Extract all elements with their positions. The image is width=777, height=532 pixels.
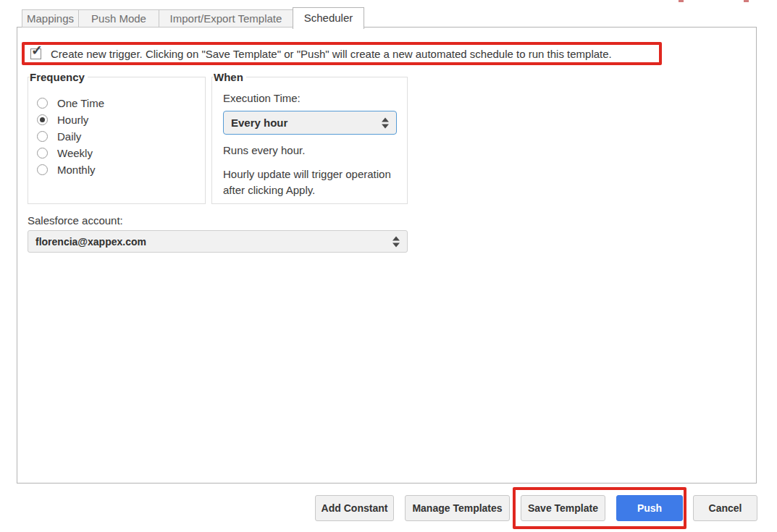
frequency-fieldset: Frequency One Time Hourly Daily Weekly M… [28,71,206,204]
create-trigger-checkbox[interactable]: ✓ [30,48,41,59]
tab-push-mode[interactable]: Push Mode [78,9,159,28]
annotation-remnant [744,0,749,2]
hourly-update-note: Hourly update will trigger operation aft… [223,166,404,198]
frequency-legend: Frequency [30,71,88,83]
radio-hourly[interactable]: Hourly [37,111,205,128]
tab-scheduler[interactable]: Scheduler [293,7,364,29]
radio-monthly-control[interactable] [37,164,48,175]
radio-daily-control[interactable] [37,131,48,142]
tab-import-export-template[interactable]: Import/Export Template [159,9,293,28]
salesforce-account-label: Salesforce account: [28,214,123,227]
radio-weekly[interactable]: Weekly [37,145,205,161]
execution-time-value: Every hour [224,117,287,129]
annotation-remnant [679,0,684,2]
radio-daily[interactable]: Daily [37,128,205,145]
radio-monthly[interactable]: Monthly [37,161,205,178]
execution-time-label: Execution Time: [223,92,407,104]
when-legend: When [214,71,246,83]
when-fieldset: When Execution Time: Every hour Runs eve… [211,71,408,204]
create-trigger-row: ✓ Create new trigger. Clicking on "Save … [22,42,662,65]
radio-monthly-label: Monthly [57,164,96,176]
manage-templates-button[interactable]: Manage Templates [405,495,510,521]
updown-arrows-icon [382,117,389,128]
cancel-button[interactable]: Cancel [693,495,757,521]
updown-arrows-icon [392,236,400,247]
radio-one-time[interactable]: One Time [37,95,205,111]
radio-hourly-label: Hourly [57,114,88,126]
create-trigger-label: Create new trigger. Clicking on "Save Te… [51,48,612,60]
add-constant-button[interactable]: Add Constant [315,495,394,521]
radio-one-time-label: One Time [57,97,104,109]
radio-hourly-control[interactable] [37,114,48,125]
radio-weekly-label: Weekly [57,147,93,159]
salesforce-account-select[interactable]: florencia@xappex.com [28,230,408,253]
tab-strip: Mappings Push Mode Import/Export Templat… [22,7,364,28]
frequency-options: One Time Hourly Daily Weekly Monthly [37,95,205,178]
execution-time-select[interactable]: Every hour [223,111,397,135]
radio-one-time-control[interactable] [37,98,48,109]
save-template-button[interactable]: Save Template [521,495,605,521]
radio-weekly-control[interactable] [37,148,48,159]
salesforce-account-value: florencia@xappex.com [28,236,146,248]
scheduler-dialog: Mappings Push Mode Import/Export Templat… [0,0,777,532]
runs-note: Runs every hour. [223,144,407,156]
radio-daily-label: Daily [57,130,81,143]
push-button[interactable]: Push [616,495,683,521]
tab-mappings[interactable]: Mappings [22,9,79,28]
checkmark-icon: ✓ [31,43,43,57]
